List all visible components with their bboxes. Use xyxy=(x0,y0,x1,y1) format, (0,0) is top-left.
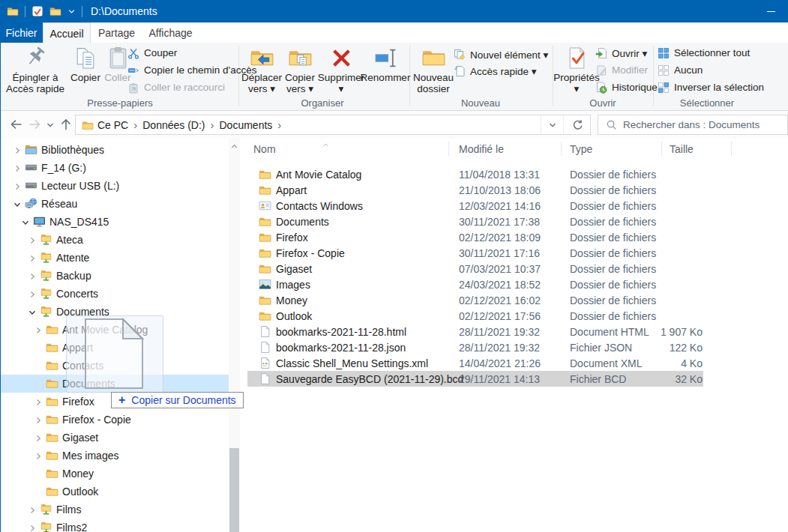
recent-locations-chevron-icon[interactable] xyxy=(46,121,55,130)
pin-to-quick-access-button[interactable]: Épingler àAccès rapide xyxy=(3,46,67,94)
tree-scrollbar[interactable] xyxy=(229,139,240,532)
tree-item[interactable]: Backup xyxy=(1,267,229,285)
column-header-type[interactable]: Type xyxy=(570,143,592,155)
expand-chevron-icon[interactable] xyxy=(28,235,37,244)
expand-chevron-icon[interactable] xyxy=(13,145,22,154)
column-header-size[interactable]: Taille xyxy=(670,143,694,155)
tab-partage[interactable]: Partage xyxy=(91,22,142,43)
column-header-modified[interactable]: Modifié le xyxy=(459,143,504,155)
address-bar[interactable]: Ce PC›Données (D:)›Documents› xyxy=(75,115,591,135)
tab-fichier[interactable]: Fichier xyxy=(0,22,43,43)
expand-chevron-icon[interactable] xyxy=(28,271,37,280)
move-to-button[interactable]: Déplacervers ▾ xyxy=(243,46,280,94)
open-button[interactable]: Ouvrir ▾ xyxy=(595,45,647,61)
expand-chevron-icon[interactable] xyxy=(34,415,43,424)
scrollbar-thumb[interactable] xyxy=(229,448,239,532)
file-row[interactable]: Appart21/10/2013 18:06Dossier de fichier… xyxy=(247,182,703,198)
file-row[interactable]: Classic Shell_Menu Settings.xml14/04/202… xyxy=(247,355,703,371)
properties-quick-icon[interactable] xyxy=(31,5,43,17)
copy-path-button[interactable]: Copier le chemin d'accès xyxy=(127,62,256,78)
tree-item[interactable]: Bibliothèques xyxy=(1,141,229,159)
collapse-chevron-icon[interactable] xyxy=(13,199,22,208)
forward-button[interactable] xyxy=(28,117,43,132)
expand-chevron-icon[interactable] xyxy=(28,505,37,514)
column-separator[interactable] xyxy=(561,142,562,156)
up-button[interactable] xyxy=(58,117,73,132)
expand-chevron-icon[interactable] xyxy=(13,163,22,172)
invert-selection-button[interactable]: Inverser la sélection xyxy=(658,79,764,95)
expand-chevron-icon[interactable] xyxy=(34,397,43,406)
expand-chevron-icon[interactable] xyxy=(13,181,22,190)
search-input[interactable] xyxy=(623,119,787,130)
expand-chevron-icon[interactable] xyxy=(28,289,37,298)
cut-button[interactable]: Couper xyxy=(127,45,177,61)
tree-item[interactable]: Attente xyxy=(1,249,229,267)
tree-item[interactable]: Lecteur USB (L:) xyxy=(1,177,229,195)
breadcrumb-chevron-icon[interactable]: › xyxy=(209,118,216,131)
tree-item[interactable]: Réseau xyxy=(1,195,229,213)
file-row[interactable]: bookmarks-2021-11-28.html28/11/2021 19:3… xyxy=(247,324,703,339)
file-row[interactable]: Money02/12/2021 16:02Dossier de fichiers xyxy=(247,292,703,308)
copy-to-button[interactable]: Copiervers ▾ xyxy=(283,46,317,94)
tree-item[interactable]: Money xyxy=(1,465,229,483)
rename-button[interactable]: Renommer xyxy=(362,46,409,83)
explorer-window-icon[interactable] xyxy=(7,5,19,17)
select-all-button[interactable]: Sélectionner tout xyxy=(658,45,750,61)
tree-item[interactable]: F_14 (G:) xyxy=(1,159,229,177)
expand-chevron-icon[interactable] xyxy=(34,451,43,460)
tree-item[interactable]: Ateca xyxy=(1,231,229,249)
breadcrumb-segment[interactable]: Ce PC xyxy=(94,119,132,131)
file-row[interactable]: Firefox - Copie30/11/2021 17:16Dossier d… xyxy=(247,245,703,261)
expand-chevron-icon[interactable] xyxy=(28,253,37,262)
column-separator[interactable] xyxy=(661,142,662,156)
breadcrumb-chevron-icon[interactable]: › xyxy=(132,118,139,131)
column-separator[interactable] xyxy=(731,142,732,156)
tree-item[interactable]: Films2 xyxy=(1,519,229,532)
file-row[interactable]: Ant Movie Catalog11/04/2018 13:31Dossier… xyxy=(247,166,703,182)
tree-item[interactable]: Gigaset xyxy=(1,429,229,447)
tab-accueil[interactable]: Accueil xyxy=(43,22,91,43)
tree-item[interactable]: Firefox - Copie xyxy=(1,411,229,429)
file-row[interactable]: Gigaset07/03/2021 10:37Dossier de fichie… xyxy=(247,261,703,276)
delete-button[interactable]: Supprimer▾ xyxy=(319,46,363,94)
expand-chevron-icon[interactable] xyxy=(34,325,43,334)
breadcrumb-chevron-icon[interactable]: › xyxy=(276,118,283,131)
breadcrumb-segment[interactable]: Documents xyxy=(216,119,277,131)
file-row[interactable]: Outlook02/12/2021 17:56Dossier de fichie… xyxy=(247,308,703,324)
paste-shortcut-button[interactable]: Coller le raccourci xyxy=(127,79,225,95)
tree-item[interactable]: Films xyxy=(1,501,229,519)
tree-item[interactable]: Concerts xyxy=(1,285,229,303)
file-row[interactable]: Sauvegarde EasyBCD (2021-11-29).bcd29/11… xyxy=(247,371,703,387)
file-row[interactable]: Contacts Windows12/03/2021 14:16Dossier … xyxy=(247,198,703,214)
collapse-chevron-icon[interactable] xyxy=(21,217,30,226)
select-none-button[interactable]: Aucun xyxy=(658,62,703,78)
collapse-chevron-icon[interactable] xyxy=(28,307,37,316)
tree-item[interactable]: Mes images xyxy=(1,447,229,465)
file-row[interactable]: Images24/03/2021 18:52Dossier de fichier… xyxy=(247,276,703,292)
tree-item[interactable]: NAS_DS415 xyxy=(1,213,229,231)
minimize-button[interactable] xyxy=(754,0,788,22)
new-folder-quick-icon[interactable] xyxy=(49,5,61,17)
file-row[interactable]: bookmarks-2021-11-28.json28/11/2021 19:3… xyxy=(247,339,703,355)
expand-chevron-icon[interactable] xyxy=(34,433,43,442)
column-header-name[interactable]: Nom xyxy=(253,143,276,155)
search-box[interactable] xyxy=(598,115,788,135)
edit-button[interactable]: Modifier xyxy=(595,62,648,78)
new-item-button[interactable]: Nouvel élément ▾ xyxy=(454,46,548,62)
file-row[interactable]: Documents30/11/2021 17:38Dossier de fich… xyxy=(247,214,703,229)
address-dropdown-button[interactable] xyxy=(541,115,563,134)
scroll-up-icon[interactable] xyxy=(230,141,238,149)
new-folder-button[interactable]: Nouveaudossier xyxy=(412,46,455,94)
tab-affichage[interactable]: Affichage xyxy=(142,22,199,43)
history-button[interactable]: Historique xyxy=(595,79,658,95)
quick-access-button[interactable]: Accès rapide ▾ xyxy=(454,63,537,79)
file-row[interactable]: Firefox02/12/2021 18:09Dossier de fichie… xyxy=(247,229,703,245)
properties-button[interactable]: Propriétés▾ xyxy=(556,46,598,94)
back-button[interactable] xyxy=(7,117,22,132)
copy-button[interactable]: Copier xyxy=(69,46,102,83)
breadcrumb-segment[interactable]: Données (D:) xyxy=(139,119,208,131)
tree-item[interactable]: Outlook xyxy=(1,483,229,501)
refresh-button[interactable] xyxy=(563,115,590,134)
column-separator[interactable] xyxy=(448,142,449,156)
expand-chevron-icon[interactable] xyxy=(28,523,37,532)
